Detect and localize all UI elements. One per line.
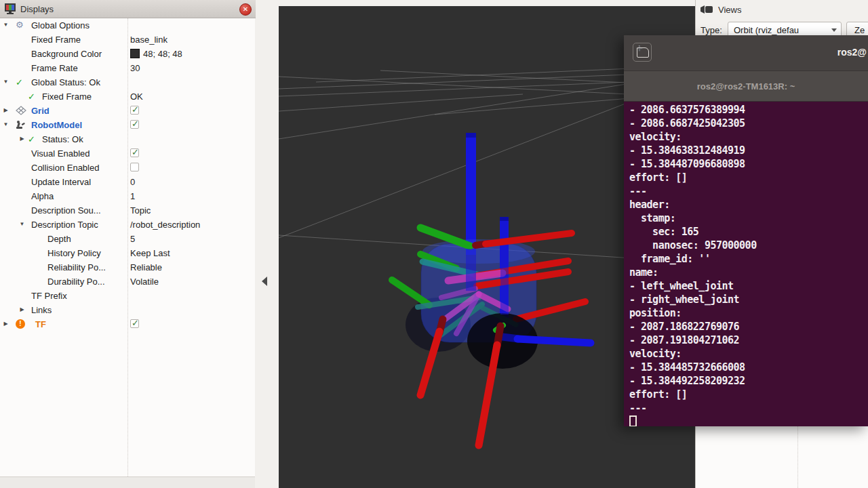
robot-model-icon (16, 120, 26, 132)
terminal-line: name: (629, 266, 868, 280)
property-value[interactable]: base_link (130, 35, 167, 45)
views-panel-icon (700, 5, 713, 14)
tree-row-description-source[interactable]: Description Sou... Topic (0, 203, 255, 218)
displays-panel-footer (0, 476, 255, 488)
view-type-value: Orbit (rviz_defau (734, 25, 825, 35)
terminal-line: - 2086.6637576389994 (629, 104, 868, 117)
property-name: Collision Enabled (31, 163, 99, 173)
property-name: Fixed Frame (31, 35, 81, 45)
terminal-line: position: (629, 307, 868, 321)
tree-row-tf[interactable]: ▶ ! TF (0, 317, 255, 331)
terminal-cursor-line (629, 415, 868, 426)
property-name: History Policy (47, 248, 101, 258)
expander-down-icon[interactable]: ▼ (2, 121, 9, 127)
tree-row-robot-status[interactable]: ▶ ✓ Status: Ok (0, 132, 255, 146)
property-value[interactable]: Reliable (130, 262, 162, 272)
property-value[interactable]: 1 (130, 191, 135, 201)
chevron-down-icon (831, 28, 837, 32)
property-name: Global Status: Ok (31, 77, 100, 87)
tree-row-global-options[interactable]: ▼ ⚙ Global Options (0, 18, 255, 33)
expander-right-icon[interactable]: ▶ (2, 107, 9, 113)
terminal-line: - 15.384492258209232 (629, 375, 868, 388)
terminal-line: frame_id: '' (629, 253, 868, 266)
tree-row-robotmodel[interactable]: ▼ RobotModel (0, 118, 255, 132)
property-value[interactable]: 48; 48; 48 (130, 49, 182, 59)
panel-collapse-handle-icon[interactable] (262, 277, 267, 286)
tree-row-links[interactable]: ▶ Links (0, 303, 255, 317)
property-name: RobotModel (31, 120, 82, 130)
property-value: OK (130, 92, 143, 102)
displays-titlebar[interactable]: Displays ✕ (0, 0, 256, 18)
views-titlebar[interactable]: Views (696, 0, 868, 19)
close-icon[interactable]: ✕ (239, 3, 252, 16)
tf-enabled-checkbox[interactable] (130, 319, 139, 328)
terminal-cursor (629, 415, 637, 426)
property-value[interactable]: 0 (130, 177, 135, 187)
terminal-line: --- (629, 402, 868, 415)
terminal-line: stamp: (629, 212, 868, 226)
property-value[interactable]: Volatile (130, 277, 159, 287)
tree-row-visual-enabled[interactable]: Visual Enabled (0, 146, 255, 161)
terminal-tabbar[interactable]: ros2@ros2-TM1613R: ~ (624, 71, 868, 102)
tree-row-frame-rate[interactable]: Frame Rate 30 (0, 61, 255, 75)
tree-row-description-topic[interactable]: ▼ Description Topic /robot_description (0, 218, 255, 232)
terminal-line: sec: 165 (629, 226, 868, 239)
views-panel-title: Views (718, 5, 741, 15)
property-name: Global Options (31, 20, 90, 30)
property-value[interactable]: 30 (130, 63, 140, 73)
terminal-window[interactable]: ros2@ ros2@ros2-TM1613R: ~ - 2086.663757… (624, 35, 868, 426)
tree-row-history-policy[interactable]: History Policy Keep Last (0, 246, 255, 260)
property-name: Reliability Po... (47, 262, 106, 272)
robot-model (392, 133, 591, 445)
terminal-output[interactable]: - 2086.6637576389994 - 2086.668742504230… (624, 102, 868, 426)
tree-row-depth[interactable]: Depth 5 (0, 232, 255, 246)
tf-warning-icon: ! (16, 319, 25, 329)
tree-row-alpha[interactable]: Alpha 1 (0, 189, 255, 203)
panel-gutter (256, 0, 279, 488)
property-value[interactable]: Keep Last (130, 248, 170, 258)
tree-row-tf-prefix[interactable]: TF Prefix (0, 289, 255, 303)
property-name: TF Prefix (31, 291, 67, 301)
expander-right-icon[interactable]: ▶ (18, 136, 26, 142)
tree-row-update-interval[interactable]: Update Interval 0 (0, 175, 255, 189)
tree-row-background-color[interactable]: Background Color 48; 48; 48 (0, 47, 255, 61)
terminal-tab-title[interactable]: ros2@ros2-TM1613R: ~ (697, 81, 795, 92)
tree-row-collision-enabled[interactable]: Collision Enabled (0, 161, 255, 175)
terminal-line: velocity: (629, 348, 868, 361)
tree-row-fixed-frame[interactable]: Fixed Frame base_link (0, 33, 255, 47)
tree-row-reliability-policy[interactable]: Reliability Po... Reliable (0, 260, 255, 274)
visual-enabled-checkbox[interactable] (130, 148, 139, 157)
property-value[interactable]: /robot_description (130, 220, 200, 230)
robotmodel-enabled-checkbox[interactable] (130, 120, 139, 129)
tree-row-fixed-frame-status[interactable]: ✓ Fixed Frame OK (0, 89, 255, 104)
terminal-line: - 2086.6687425042305 (629, 117, 868, 131)
expander-right-icon[interactable]: ▶ (18, 306, 26, 312)
property-value[interactable]: 5 (130, 234, 135, 244)
terminal-line: effort: [] (629, 388, 868, 402)
expander-down-icon[interactable]: ▼ (2, 22, 9, 28)
terminal-line: - 2087.191804271062 (629, 334, 868, 348)
collision-enabled-checkbox[interactable] (130, 163, 139, 171)
property-name: Links (31, 305, 52, 315)
terminal-window-title: ros2@ (837, 47, 867, 58)
tree-row-durability-policy[interactable]: Durability Po... Volatile (0, 274, 255, 289)
terminal-titlebar[interactable]: ros2@ (624, 35, 868, 71)
status-ok-check-icon: ✓ (28, 92, 35, 102)
expander-down-icon[interactable]: ▼ (18, 221, 26, 227)
expander-down-icon[interactable]: ▼ (2, 79, 9, 85)
grid-enabled-checkbox[interactable] (130, 106, 139, 115)
expander-right-icon[interactable]: ▶ (2, 321, 9, 327)
property-name: Fixed Frame (42, 92, 92, 102)
displays-panel-icon (4, 3, 16, 15)
displays-panel: Displays ✕ ▼ ⚙ Global Options Fixed Fram… (0, 0, 256, 488)
new-tab-icon[interactable] (633, 43, 652, 62)
property-name: Frame Rate (31, 63, 78, 73)
property-name: Description Topic (31, 220, 98, 230)
terminal-line: header: (629, 199, 868, 212)
property-name: TF (35, 319, 46, 329)
property-value[interactable]: Topic (130, 205, 151, 216)
tree-row-global-status[interactable]: ▼ ✓ Global Status: Ok (0, 75, 255, 89)
terminal-line: - right_wheel_joint (629, 293, 868, 307)
terminal-line: effort: [] (629, 171, 868, 185)
tree-row-grid[interactable]: ▶ Grid (0, 104, 255, 118)
